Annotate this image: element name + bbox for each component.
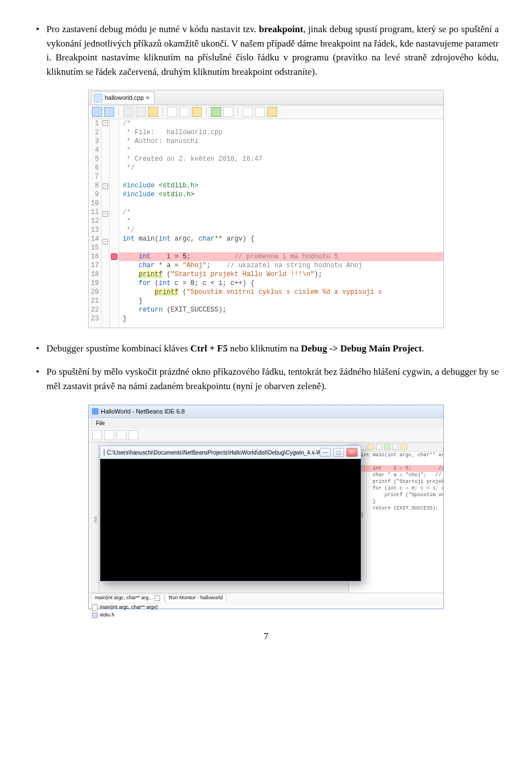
console-window[interactable]: C:\Users\hanuschi\Documents\NetBeansProj… [100, 446, 361, 582]
side-panel-label[interactable]: Pn [89, 442, 99, 592]
p2-c: nebo kliknutím na [228, 343, 301, 354]
p2-a: Debugger spustíme kombinací kláves [47, 343, 191, 354]
icon[interactable] [401, 443, 407, 450]
breakpoint-marker-icon[interactable] [111, 253, 117, 260]
menu-file[interactable]: File [92, 419, 108, 427]
bookmark-toggle-icon[interactable] [148, 107, 158, 117]
bullet-3: Po spuštění by mělo vyskočit prázdné okn… [47, 365, 499, 393]
window-title-bar[interactable]: HalloWorld - NetBeans IDE 6.8 [89, 405, 443, 419]
figure-ide-breakpoint: halloworld.cpp × 1234 5 [33, 90, 499, 328]
highlight-toggle-icon[interactable] [192, 107, 202, 117]
code-text[interactable]: /* * File: halloworld.cpp * Author: hanu… [119, 119, 443, 328]
open-icon[interactable] [116, 430, 126, 440]
netbeans-icon [92, 408, 99, 415]
console-title-bar[interactable]: C:\Users\hanuschi\Documents\NetBeansProj… [100, 446, 361, 459]
netbeans-window: HalloWorld - NetBeans IDE 6.8 File Pn [88, 405, 444, 610]
figure-ide-debug-run: HalloWorld - NetBeans IDE 6.8 File Pn [33, 405, 499, 610]
main-toolbar [89, 429, 443, 442]
fold-minus-icon[interactable]: − [103, 239, 108, 244]
fold-minus-icon[interactable]: − [103, 120, 108, 126]
bullet-2: Debugger spustíme kombinací kláves Ctrl … [47, 341, 499, 356]
maximize-icon[interactable]: ▢ [333, 448, 344, 457]
separator [206, 108, 207, 116]
header-file-icon [92, 613, 98, 618]
line-number-gutter[interactable]: 1234 5678 9101112 13141516 17181920 2122… [89, 119, 101, 328]
dropdown-icon[interactable] [155, 595, 160, 601]
console-body[interactable] [100, 459, 361, 581]
close-icon[interactable]: ✕ [346, 448, 357, 457]
p1-b: breakpoint [259, 24, 303, 34]
breakpoint-gutter[interactable] [110, 119, 119, 328]
fold-gutter[interactable]: − − − − [101, 119, 110, 328]
p2-e: . [422, 343, 424, 354]
tab-label: main(int argc, char** arg... [95, 594, 153, 602]
console-icon [104, 449, 105, 456]
fold-minus-icon[interactable]: − [103, 183, 108, 189]
history-back-icon[interactable] [92, 107, 102, 117]
editor-tab-halloworld[interactable]: halloworld.cpp × [91, 91, 155, 104]
menubar[interactable]: File [89, 418, 443, 429]
icon[interactable] [392, 443, 399, 450]
uncomment-icon[interactable] [255, 107, 265, 117]
breakpoint-line[interactable]: int i = 5; // promenna i ma hodnotu 5 [119, 252, 443, 261]
run-monitor-tab[interactable]: Run Monitor - halloworld [165, 594, 227, 602]
icon[interactable] [367, 443, 374, 450]
find-selection-next-icon[interactable] [180, 107, 190, 117]
fold-minus-icon[interactable]: − [103, 211, 108, 217]
separator [119, 108, 119, 116]
new-project-icon[interactable] [104, 430, 114, 440]
bookmark-prev-icon[interactable] [124, 107, 134, 117]
close-icon[interactable]: × [146, 93, 149, 103]
console-path: C:\Users\hanuschi\Documents\NetBeansProj… [107, 448, 320, 457]
macro-start-icon[interactable] [211, 107, 221, 117]
ide-body: Pn 14151617181920212223 int main(int arg… [89, 442, 443, 609]
background-editor: 14151617181920212223 int main(int argc, … [349, 442, 443, 609]
icon[interactable] [376, 443, 382, 450]
window-title: HalloWorld - NetBeans IDE 6.8 [101, 407, 185, 416]
bookmark-next-icon[interactable] [136, 107, 146, 117]
find-selection-prev-icon[interactable] [167, 107, 177, 117]
status-area: main(int argc, char** arg... Run Monitor… [89, 593, 443, 609]
editor-tabbar: halloworld.cpp × [89, 90, 443, 105]
separator [238, 108, 238, 116]
navigator-tab[interactable]: main(int argc, char** arg... [91, 594, 164, 602]
goto-header-icon[interactable] [267, 107, 277, 117]
background-editor-toolbar [349, 442, 443, 452]
p1-a: Pro zastavení debug módu je nutné v kódu… [47, 24, 259, 34]
save-all-icon[interactable] [129, 430, 139, 440]
separator [162, 108, 163, 116]
tab-label: halloworld.cpp [105, 93, 144, 103]
bullet-1: Pro zastavení debug módu je nutné v kódu… [47, 22, 499, 79]
history-fwd-icon[interactable] [104, 107, 114, 117]
editor-toolbar [89, 105, 443, 119]
cpp-file-icon [94, 94, 103, 103]
code-text[interactable]: int main(int argc, char** argv) { int i … [359, 452, 443, 518]
comment-icon[interactable] [243, 107, 253, 117]
tab-label: Run Monitor - halloworld [169, 594, 223, 602]
code-editor: halloworld.cpp × 1234 5 [88, 90, 444, 328]
minimize-icon[interactable]: — [320, 448, 331, 457]
breakpoint-line[interactable]: int i = 5; // promenna i ma hodnotu 5 [359, 465, 443, 472]
macro-stop-icon[interactable] [223, 107, 233, 117]
function-icon [92, 604, 98, 611]
icon[interactable] [384, 443, 391, 450]
p3: Po spuštění by mělo vyskočit prázdné okn… [47, 366, 499, 391]
p2-b: Ctrl + F5 [190, 343, 227, 354]
new-file-icon[interactable] [92, 430, 102, 440]
code-area: 1234 5678 9101112 13141516 17181920 2122… [89, 119, 443, 328]
page-number: 7 [33, 629, 499, 644]
navigator-item-main[interactable]: main(int argc, char** argv) [89, 603, 443, 612]
navigator-item-stdio[interactable]: stdio.h [89, 611, 443, 620]
p2-d: Debug -> Debug Main Project [301, 343, 422, 354]
